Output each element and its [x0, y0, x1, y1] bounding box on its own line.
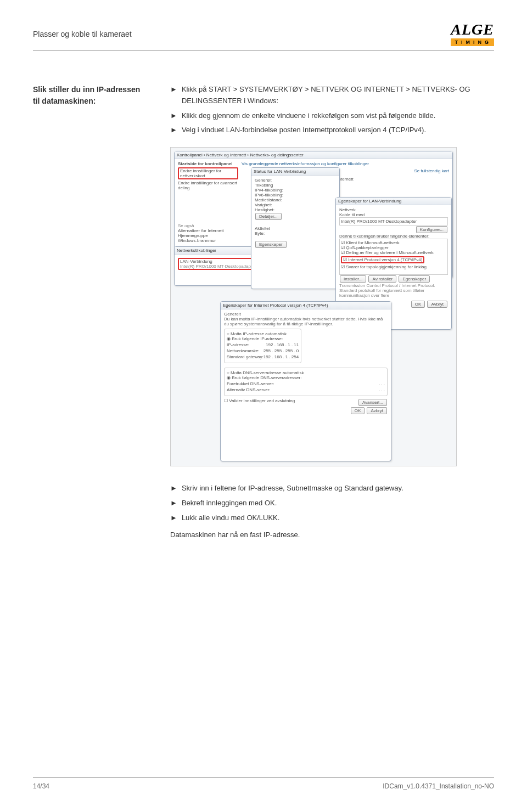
ipv4-manual[interactable]: Bruk følgende IP-adresse:	[232, 336, 283, 341]
ipv4-validate[interactable]: Valider innstillinger ved avslutning	[229, 398, 295, 403]
page-header: Plasser og koble til kameraet ALGE TIMIN…	[33, 22, 494, 51]
status-l5: Hastighet:	[255, 207, 336, 212]
step-6-post: .	[278, 514, 280, 522]
closing-para: Datamaskinen har nå en fast IP-adresse.	[170, 529, 494, 541]
step-1-pre: Klikk på	[182, 85, 209, 93]
page-footer: 14/34 IDCam_v1.0.4371_Installation_no-NO	[33, 777, 494, 790]
status-l0: Tilkobling	[255, 183, 336, 188]
step-2-text: Klikk deg gjennom de enkelte vinduene i …	[182, 110, 436, 122]
props-item-2[interactable]: Deling av filer og skrivere i Microsoft-…	[346, 250, 434, 255]
ipv4-ok-btn[interactable]: OK	[351, 407, 365, 414]
ipv4-title: Egenskaper for Internet Protocol versjon…	[221, 302, 391, 309]
logo-sub: TIMING	[451, 38, 495, 46]
cp-seealso: Se også	[178, 223, 238, 228]
props-install-btn[interactable]: Installer...	[340, 275, 366, 283]
bullet-icon: ►	[170, 498, 177, 509]
status-activity: Aktivitet	[255, 226, 336, 231]
cp-breadcrumb: Kontrollpanel › Nettverk og Internett › …	[177, 153, 304, 157]
instruction-title: Slik stiller du inn IP-adressen til data…	[33, 84, 159, 540]
step-5: ► Bekreft innleggingen med OK.	[170, 498, 494, 509]
cp-seealso-3[interactable]: Windows-brannmur	[178, 238, 238, 243]
bullet-icon: ►	[170, 483, 177, 494]
cp-sidebar-title: Startside for kontrollpanel	[178, 161, 238, 166]
step-3: ► Velg i vinduet LAN-forbindelse posten …	[170, 125, 494, 136]
ipv4-tab: Generelt	[224, 312, 388, 317]
logo: ALGE TIMING	[451, 22, 495, 46]
cp-seealso-1[interactable]: Alternativer for Internett	[178, 228, 238, 233]
adapter-item[interactable]: LAN-Verbindung Intel(R) PRO/1000 MT-Desk…	[178, 258, 258, 270]
ipv4-dns1-label: Foretrukket DNS-server:	[227, 381, 274, 386]
ipv4-gw-value[interactable]: 192 . 168 . 1 . 254	[264, 354, 299, 359]
status-details-btn[interactable]: Detaljer...	[255, 213, 282, 220]
cp-seealso-2[interactable]: Hjemmegruppe	[178, 233, 238, 238]
status-tab: Generelt	[255, 178, 336, 183]
ipv4-dns-auto[interactable]: Motta DNS-serveradresse automatisk	[231, 370, 304, 375]
section-title: Plasser og koble til kameraet	[33, 30, 132, 38]
props-props-btn[interactable]: Egenskaper	[399, 275, 430, 283]
step-3-text: Velg i vinduet LAN-forbindelse posten In…	[182, 125, 426, 136]
status-properties-btn[interactable]: Egenskaper	[255, 241, 287, 248]
step-6-cap: OK/LUKK	[246, 514, 277, 522]
instruction-body: ► Klikk på START > SYSTEMVERKTØY > NETTV…	[170, 84, 494, 540]
ipv4-dns-group: ○ Motta DNS-serveradresse automatisk ◉ B…	[224, 368, 388, 396]
ipv4-ip-label: IP-adresse:	[227, 342, 249, 347]
step-5-pre: Bekreft innleggingen med	[182, 499, 265, 507]
bullet-icon: ►	[170, 512, 177, 524]
props-adapter: Intel(R) PRO/1000 MT-Desktopadapter	[339, 217, 448, 225]
step-5-post: .	[275, 499, 277, 507]
props-title: Egenskaper for LAN-Verbindung	[336, 198, 451, 205]
window-ipv4: Egenskaper for Internet Protocol versjon…	[220, 301, 391, 461]
status-l3: Medietilstand:	[255, 198, 336, 202]
cp-change-adapter[interactable]: Endre innstillinger for nettverkskort	[178, 167, 238, 179]
props-ok-btn[interactable]: OK	[411, 301, 425, 308]
status-l2: IPv6-tilkobling:	[255, 193, 336, 198]
props-item-1[interactable]: QoS-pakkeplanlegger	[346, 245, 388, 250]
bullet-icon: ►	[170, 84, 177, 107]
props-item-0[interactable]: Klient for Microsoft-nettverk	[346, 240, 399, 245]
step-1-path: START > SYSTEMVERKTØY > NETTVERK OG INTE…	[182, 85, 470, 105]
instruction-title-line2: til datamaskinen:	[33, 95, 159, 107]
cp-fullmap[interactable]: Se fullstendig kart	[414, 168, 449, 173]
ipv4-dns2-label: Alternativ DNS-server:	[227, 387, 271, 392]
window-status: Status for LAN-Verbindung Generelt Tilko…	[251, 167, 340, 289]
props-item-6[interactable]: Svarer for topologigjenkjenning for link…	[346, 264, 427, 269]
step-6-pre: Lukk alle vindu med	[182, 514, 247, 522]
cp-advanced-sharing[interactable]: Endre innstillinger for avansert deling	[178, 181, 238, 190]
step-2: ► Klikk deg gjennom de enkelte vinduene …	[170, 110, 494, 122]
adapter-sub: Intel(R) PRO/1000 MT-Desktopadapter	[180, 264, 256, 269]
ipv4-mask-value[interactable]: 255 . 255 . 255 . 0	[264, 348, 299, 353]
ipv4-cancel-btn[interactable]: Avbryt	[367, 407, 387, 414]
ipv4-dns-manual[interactable]: Bruk følgende DNS-serveradresser:	[232, 375, 301, 380]
step-1: ► Klikk på START > SYSTEMVERKTØY > NETTV…	[170, 84, 494, 107]
logo-text: ALGE	[451, 22, 495, 37]
props-item-ipv4[interactable]: Internet Protocol versjon 4 (TCP/IPv4)	[348, 257, 422, 262]
props-cancel-btn[interactable]: Avbryt	[427, 301, 447, 308]
doc-id: IDCam_v1.0.4371_Installation_no-NO	[383, 782, 494, 790]
ipv4-ip-group: ○ Motta IP-adresse automatisk ◉ Bruk føl…	[224, 329, 301, 363]
page-number: 14/34	[33, 782, 49, 790]
ipv4-auto[interactable]: Motta IP-adresse automatisk	[231, 331, 287, 336]
ipv4-advanced-btn[interactable]: Avansert...	[358, 399, 387, 406]
ipv4-gw-label: Standard gateway:	[227, 354, 264, 359]
props-tab: Nettverk	[339, 207, 448, 212]
ipv4-ip-value[interactable]: 192 . 168 . 1 . 11	[266, 342, 299, 347]
step-4-text: Skriv inn i feltene for IP-adresse, Subn…	[182, 483, 403, 494]
props-uninstall-btn[interactable]: Avinstaller	[368, 275, 396, 283]
step-1-post: i Windows:	[244, 97, 278, 105]
props-config-btn[interactable]: Konfigurer...	[416, 226, 447, 233]
status-title: Status for LAN-Verbindung	[251, 168, 339, 176]
step-6: ► Lukk alle vindu med OK/LUKK.	[170, 512, 494, 524]
status-l1: IPv4-tilkobling:	[255, 188, 336, 193]
adapter-name: LAN-Verbindung	[180, 259, 256, 264]
ipv4-blurb: Du kan motta IP-innstillinger automatisk…	[224, 317, 388, 326]
status-byte: Byte:	[255, 231, 336, 236]
bullet-icon: ►	[170, 125, 177, 136]
cp-main-heading: Vis grunnleggende nettverksinformasjon o…	[242, 161, 449, 166]
screenshot-figure: Kontrollpanel › Nettverk og Internett › …	[170, 147, 457, 466]
props-desc: Transmission Control Protocol / Internet…	[339, 283, 448, 298]
props-list-label: Denne tilkoblingen bruker følgende eleme…	[339, 234, 448, 239]
step-4: ► Skriv inn i feltene for IP-adresse, Su…	[170, 483, 494, 494]
instruction-title-line1: Slik stiller du inn IP-adressen	[33, 84, 159, 95]
status-l4: Varighet:	[255, 202, 336, 207]
ipv4-mask-label: Nettverksmaske:	[227, 348, 260, 353]
